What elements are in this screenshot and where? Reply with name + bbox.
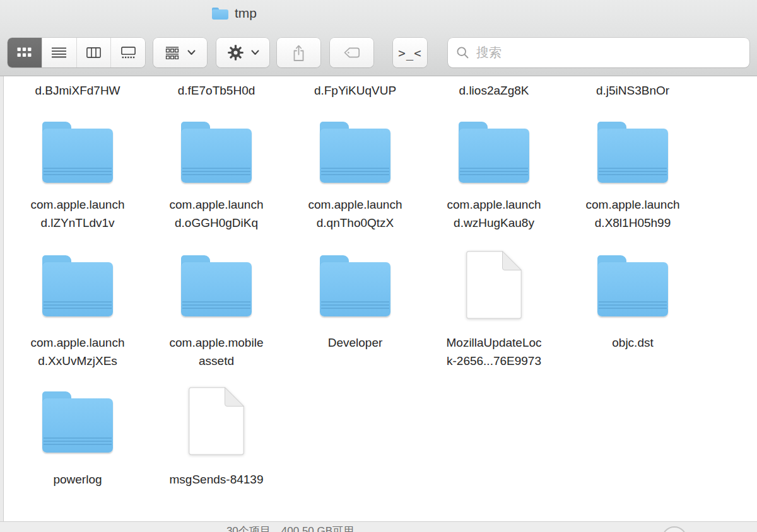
item-label-clipped[interactable]: d.BJmiXFd7HW xyxy=(8,81,147,100)
arrange-icon xyxy=(165,46,180,59)
item-label[interactable]: com.apple.launchd.qnTho0QtzX xyxy=(286,195,425,232)
document-icon[interactable] xyxy=(189,387,244,455)
folder-icon[interactable] xyxy=(42,255,113,316)
folder-proxy-icon xyxy=(212,8,228,20)
status-bar: 30个项目，400.50 GB可用 xyxy=(0,521,757,532)
status-overlay-circle xyxy=(662,526,687,532)
search-input[interactable] xyxy=(475,37,749,68)
folder-icon[interactable] xyxy=(181,122,252,183)
item-label[interactable]: com.apple.launchd.lZYnTLdv1v xyxy=(8,195,147,232)
arrange-button[interactable] xyxy=(153,38,207,67)
item-label[interactable]: Developer xyxy=(286,333,425,352)
chevron-down-icon xyxy=(187,50,196,55)
item-label-clipped[interactable]: d.lios2aZg8K xyxy=(425,81,563,100)
share-button[interactable] xyxy=(277,38,320,67)
status-text: 30个项目，400.50 GB可用 xyxy=(177,524,404,532)
column-view-icon xyxy=(86,47,101,58)
item-label-clipped[interactable]: d.FpYiKUqVUP xyxy=(286,81,425,100)
column-view-button[interactable] xyxy=(77,38,112,67)
folder-icon[interactable] xyxy=(597,255,668,316)
item-label[interactable]: com.apple.launchd.oGGH0gDiKq xyxy=(147,195,286,232)
folder-icon[interactable] xyxy=(181,255,252,316)
item-label-clipped[interactable]: d.j5iNS3BnOr xyxy=(563,81,702,100)
view-mode-control xyxy=(8,38,145,67)
item-label[interactable]: com.apple.launchd.XxUvMzjXEs xyxy=(8,333,147,370)
item-label[interactable]: objc.dst xyxy=(563,333,702,352)
list-view-button[interactable] xyxy=(42,38,77,67)
icon-view-icon xyxy=(17,47,32,58)
item-label[interactable]: com.apple.launchd.wzHugKau8y xyxy=(425,195,563,232)
window-header: tmp xyxy=(0,0,757,76)
search-icon xyxy=(456,46,469,59)
action-button[interactable] xyxy=(216,38,269,67)
folder-icon[interactable] xyxy=(42,122,113,183)
item-label[interactable]: com.apple.launchd.X8l1H05h99 xyxy=(563,195,702,232)
window-title: tmp xyxy=(235,6,257,21)
window-left-edge xyxy=(0,76,4,521)
content-area[interactable]: d.BJmiXFd7HWd.fE7oTb5H0dd.FpYiKUqVUPd.li… xyxy=(0,76,757,521)
item-label[interactable]: MozillaUpdateLock-2656...76E9973 xyxy=(425,333,563,370)
folder-icon[interactable] xyxy=(597,122,668,183)
coverflow-view-icon xyxy=(121,47,136,59)
folder-icon[interactable] xyxy=(320,122,390,183)
folder-icon[interactable] xyxy=(320,255,390,316)
item-label[interactable]: msgSends-84139 xyxy=(147,470,286,489)
terminal-button[interactable]: >_< xyxy=(393,38,427,67)
share-icon xyxy=(291,44,307,62)
chevron-down-icon xyxy=(251,50,259,55)
list-view-icon xyxy=(52,47,66,58)
folder-icon[interactable] xyxy=(459,122,529,183)
titlebar-proxy[interactable]: tmp xyxy=(212,6,257,21)
tag-button[interactable] xyxy=(330,38,373,67)
coverflow-view-button[interactable] xyxy=(111,38,145,67)
document-icon[interactable] xyxy=(466,251,522,319)
terminal-button-label: >_< xyxy=(398,46,421,60)
gear-icon xyxy=(227,44,244,61)
item-label-clipped[interactable]: d.fE7oTb5H0d xyxy=(147,81,286,100)
search-field xyxy=(448,38,749,67)
tag-icon xyxy=(342,45,361,60)
folder-icon[interactable] xyxy=(42,391,113,453)
icon-view-button[interactable] xyxy=(8,38,42,67)
item-label[interactable]: powerlog xyxy=(8,470,147,489)
item-label[interactable]: com.apple.mobileassetd xyxy=(147,333,286,370)
